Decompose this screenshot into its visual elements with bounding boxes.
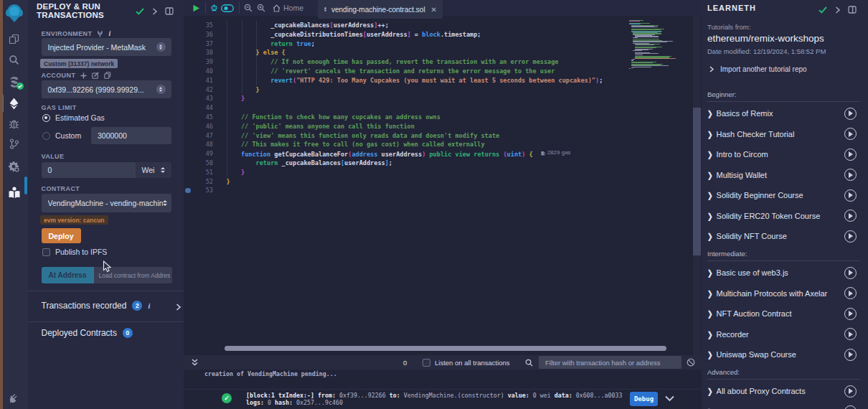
tutorial-item[interactable]: ❯Solidity ERC20 Token Course — [707, 206, 860, 227]
editor-horizontal-scrollbar[interactable] — [225, 346, 666, 351]
file-explorer-icon[interactable] — [0, 32, 28, 45]
play-tutorial-icon[interactable] — [844, 349, 857, 361]
source-control-icon[interactable] — [0, 137, 28, 150]
clear-console-icon[interactable] — [686, 355, 695, 370]
line-number[interactable]: 44 — [184, 103, 213, 113]
learneth-icon[interactable] — [0, 185, 28, 199]
breakpoint-dot[interactable] — [185, 188, 191, 194]
play-tutorial-icon[interactable] — [844, 385, 857, 398]
at-address-button[interactable]: At Address — [42, 267, 94, 283]
play-tutorial-icon[interactable] — [844, 230, 857, 243]
sign-message-icon[interactable] — [92, 72, 99, 79]
zoom-in-icon[interactable] — [256, 0, 265, 16]
solidity-compiler-icon[interactable] — [0, 75, 28, 89]
expand-log-icon[interactable] — [665, 395, 674, 402]
learneth-expand-icon[interactable] — [848, 6, 857, 14]
line-number[interactable]: 35 — [184, 21, 213, 30]
line-number[interactable]: 46 — [184, 122, 213, 131]
tutorial-item[interactable]: ❯Basics of Remix — [707, 103, 860, 124]
plug-icon[interactable] — [97, 30, 103, 37]
tutorial-item[interactable]: ❯Basic use of web3.js — [707, 263, 860, 283]
line-number[interactable]: 47 — [184, 131, 213, 141]
account-select[interactable]: 0xf39...92266 (9999.99929... — [42, 80, 171, 98]
remix-ai-icon[interactable] — [209, 0, 218, 16]
listen-label[interactable]: Listen on all transactions — [435, 359, 510, 367]
line-number[interactable]: 50 — [184, 159, 213, 168]
tutorial-item[interactable]: ❯Deploy with Libraries — [707, 402, 860, 409]
value-unit-select[interactable]: Wei — [136, 162, 171, 178]
tutorial-item[interactable]: ❯Solidity NFT Course — [707, 226, 860, 247]
environment-info-icon[interactable]: i — [108, 29, 110, 37]
file-tab[interactable]: vending-machine-contract.sol ✕ — [318, 0, 443, 19]
line-number[interactable]: 37 — [184, 39, 213, 49]
line-number[interactable]: 36 — [184, 30, 213, 39]
play-tutorial-icon[interactable] — [844, 267, 857, 279]
line-number[interactable]: 43 — [184, 94, 213, 103]
estimated-gas-radio[interactable]: Estimated Gas — [42, 113, 105, 122]
search-icon[interactable] — [0, 53, 28, 66]
play-tutorial-icon[interactable] — [844, 210, 857, 222]
line-number[interactable]: 42 — [184, 85, 213, 95]
unit-stepper-icon[interactable] — [161, 167, 165, 173]
settings-icon[interactable] — [0, 160, 28, 174]
transaction-log[interactable]: ✓ [block:1 txIndex:-] from: 0xf39...9226… — [184, 389, 702, 409]
listen-checkbox[interactable] — [423, 359, 430, 367]
line-number[interactable]: 41 — [184, 76, 213, 85]
contract-select[interactable]: VendingMachine - vending-machin — [42, 194, 171, 212]
play-tutorial-icon[interactable] — [844, 189, 857, 202]
debugger-icon[interactable] — [0, 117, 28, 130]
play-tutorial-icon[interactable] — [844, 149, 857, 161]
transactions-recorded-row[interactable]: Transactions recorded 2 i — [42, 301, 151, 311]
tutorial-item[interactable]: ❯Solidity Beginner Course — [707, 185, 860, 206]
code-lines[interactable]: 35 _cupcakeBalances[userAddress]++; 36 _… — [184, 21, 603, 195]
code-editor[interactable]: 35 _cupcakeBalances[userAddress]++; 36 _… — [184, 16, 702, 355]
tutorial-item[interactable]: ❯Multichain Protocols with Axelar — [707, 283, 860, 304]
line-number[interactable]: 38 — [184, 48, 213, 57]
play-tutorial-icon[interactable] — [844, 287, 857, 299]
tutorial-item[interactable]: ❯Recorder — [707, 324, 860, 345]
copy-account-icon[interactable] — [104, 72, 111, 79]
line-number[interactable]: 51 — [184, 168, 213, 177]
learneth-pin-icon[interactable] — [835, 6, 840, 14]
zoom-out-icon[interactable] — [243, 0, 253, 16]
add-account-icon[interactable] — [80, 72, 87, 79]
pin-panel-icon[interactable] — [152, 8, 157, 15]
tutorial-item[interactable]: ❯NFT Auction Contract — [707, 304, 860, 324]
line-number[interactable]: 52 — [184, 177, 213, 187]
home-icon[interactable] — [273, 0, 280, 16]
transactions-info-icon[interactable]: i — [148, 302, 150, 310]
tutorial-item[interactable]: ❯Uniswap Swap Course — [707, 344, 860, 365]
line-number[interactable]: 40 — [184, 67, 213, 76]
custom-gas-input[interactable]: 3000000 — [91, 127, 171, 144]
debug-button[interactable]: Debug — [630, 392, 658, 406]
plugin-connector-icon[interactable] — [0, 392, 28, 405]
ai-copilot-toggle-icon[interactable] — [220, 0, 234, 16]
tutorial-item[interactable]: ❯Multisig Wallet — [707, 165, 860, 186]
terminal-filter-input[interactable]: Filter with transaction hash or address — [539, 356, 681, 369]
editor-vertical-scrollbar-thumb[interactable] — [693, 108, 701, 255]
remix-logo-icon[interactable] — [0, 2, 28, 24]
play-tutorial-icon[interactable] — [844, 405, 857, 409]
import-tutorial-repo[interactable]: Import another tutorial repo — [709, 65, 807, 73]
home-tab[interactable]: Home — [283, 0, 304, 16]
environment-select[interactable]: Injected Provider - MetaMask — [42, 38, 171, 56]
custom-gas-radio[interactable]: Custom — [42, 131, 81, 140]
close-tab-icon[interactable]: ✕ — [431, 6, 437, 14]
deploy-run-icon[interactable] — [0, 96, 28, 111]
tutorial-item[interactable]: ❯Hash Checker Tutorial — [707, 124, 860, 145]
collapse-terminal-icon[interactable] — [190, 355, 199, 370]
play-tutorial-icon[interactable] — [844, 169, 857, 181]
value-input[interactable]: 0 — [42, 162, 136, 178]
play-tutorial-icon[interactable] — [844, 308, 857, 320]
deployed-contracts-row[interactable]: Deployed Contracts 0 — [42, 328, 133, 338]
line-number[interactable]: 39 — [184, 57, 213, 67]
tutorial-item[interactable]: ❯Intro to Circom — [707, 144, 860, 165]
play-tutorial-icon[interactable] — [844, 328, 857, 340]
publish-ipfs-checkbox[interactable]: Publish to IPFS — [42, 248, 107, 256]
line-number[interactable]: 45 — [184, 113, 213, 122]
line-number[interactable]: 49 — [184, 149, 213, 159]
run-script-icon[interactable] — [191, 0, 201, 16]
expand-panel-icon[interactable] — [165, 7, 174, 15]
play-tutorial-icon[interactable] — [844, 128, 857, 140]
transactions-expand-icon[interactable] — [176, 304, 181, 311]
